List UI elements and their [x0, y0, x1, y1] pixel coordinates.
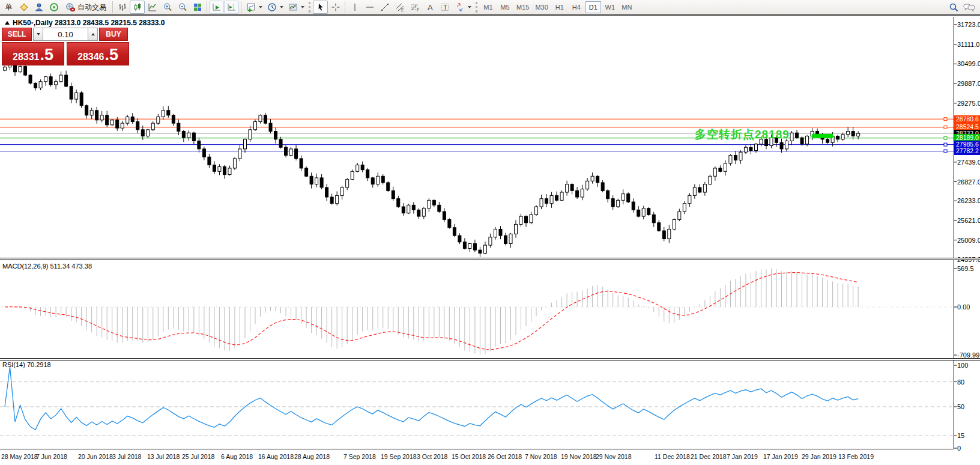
candle-body: [126, 117, 129, 123]
candle-body: [453, 228, 456, 236]
new-chart-button[interactable]: [243, 1, 258, 14]
equidistant-channel-tool[interactable]: E: [392, 1, 407, 14]
macd-rsi-splitter[interactable]: [0, 358, 980, 360]
volume-increase-button[interactable]: [88, 28, 98, 41]
line-chart-button[interactable]: [145, 1, 160, 14]
buy-button[interactable]: BUY: [99, 28, 128, 41]
templates-dropdown-caret[interactable]: [301, 6, 304, 8]
arrows-icon: [455, 2, 465, 12]
line-handle[interactable]: [944, 126, 947, 129]
text-tool[interactable]: A: [422, 1, 437, 14]
timeframe-w1[interactable]: W1: [602, 1, 618, 13]
timeframe-m30[interactable]: M30: [533, 1, 550, 13]
candle-body: [606, 190, 609, 198]
date-label-21: 29 Jan 2019: [802, 453, 836, 460]
candle-body: [504, 236, 507, 243]
candle-body: [213, 165, 216, 172]
pivot-annotation-text[interactable]: 多空转折点28189: [695, 127, 790, 142]
horizontal-line-tool[interactable]: [362, 1, 377, 14]
sell-button[interactable]: SELL: [2, 28, 32, 41]
timeframe-d1[interactable]: D1: [585, 1, 601, 13]
candle-body: [182, 132, 185, 138]
chart-shift-button[interactable]: [224, 1, 239, 14]
autotrading-button[interactable]: 自动交易: [61, 1, 110, 14]
crosshair-tool-button[interactable]: [328, 1, 343, 14]
vertical-line-tool[interactable]: [347, 1, 362, 14]
candle-body: [407, 205, 410, 213]
periods-dropdown-caret[interactable]: [280, 6, 283, 8]
candle-body: [509, 234, 512, 243]
timeframe-mn[interactable]: MN: [619, 1, 635, 13]
community-icon[interactable]: [31, 1, 46, 14]
chat-button[interactable]: [961, 1, 976, 14]
bar-chart-button[interactable]: [115, 1, 130, 14]
candle-body: [259, 115, 262, 122]
arrows-tool[interactable]: [452, 1, 467, 14]
fibonacci-tool[interactable]: F: [407, 1, 422, 14]
candle-body: [218, 166, 221, 171]
candle-body: [29, 75, 32, 83]
price-tick-25621.0: 25621.0: [957, 217, 980, 224]
volume-input[interactable]: [43, 28, 88, 41]
candle-body: [249, 130, 252, 139]
candle-body: [397, 199, 400, 207]
candle-body: [70, 87, 73, 99]
line-handle[interactable]: [944, 150, 947, 153]
buy-price-box[interactable]: 28346 .5: [67, 42, 129, 65]
chart-title-bar[interactable]: HK50-,Daily 28313.0 28438.5 28215.5 2833…: [5, 19, 165, 27]
new-chart-dropdown-caret[interactable]: [259, 6, 262, 8]
line-handle[interactable]: [944, 136, 947, 139]
toolbar-drag-handle[interactable]: [309, 2, 310, 13]
collapse-arrow-icon[interactable]: [5, 21, 10, 25]
candle-body: [540, 199, 543, 207]
toolbar-separator: [345, 1, 345, 13]
market-watch-icon[interactable]: [46, 1, 61, 14]
line-handle[interactable]: [944, 118, 947, 121]
candle-body: [468, 243, 471, 248]
candle-body: [24, 67, 27, 75]
macd-tick-569.5: 569.5: [957, 265, 974, 272]
auto-scroll-button[interactable]: [209, 1, 224, 14]
candle-body: [295, 149, 298, 159]
sell-price-box[interactable]: 28331 .5: [2, 42, 64, 65]
pivot-zone-box[interactable]: [812, 134, 833, 138]
rsi-tick-50: 50: [957, 403, 964, 410]
timeframe-m5[interactable]: M5: [497, 1, 513, 13]
chart-canvas[interactable]: [0, 17, 980, 465]
timeframe-m1[interactable]: M1: [480, 1, 496, 13]
candle-body: [310, 176, 313, 184]
candle-body: [473, 243, 476, 250]
timeframe-m15[interactable]: M15: [514, 1, 531, 13]
candle-body: [703, 184, 706, 192]
candle-body: [100, 115, 103, 120]
rsi-tick-15: 15: [957, 432, 964, 439]
tile-windows-button[interactable]: [190, 1, 205, 14]
search-button[interactable]: [946, 1, 961, 14]
zoom-in-button[interactable]: [160, 1, 175, 14]
main-macd-splitter[interactable]: [0, 258, 980, 260]
toolbar-drag-handle[interactable]: [476, 2, 477, 13]
line-handle[interactable]: [944, 143, 947, 146]
periods-button[interactable]: [264, 1, 279, 14]
zoom-out-button[interactable]: [175, 1, 190, 14]
market-depth-icon[interactable]: [16, 1, 31, 14]
timeframe-h4[interactable]: H4: [569, 1, 584, 13]
candlestick-chart-button[interactable]: [130, 1, 145, 14]
templates-button[interactable]: [285, 1, 300, 14]
candle-body: [754, 144, 757, 151]
arrows-dropdown-caret[interactable]: [468, 6, 471, 8]
text-label-tool[interactable]: T: [437, 1, 452, 14]
rsi-line: [5, 367, 858, 430]
candle-body: [627, 194, 630, 202]
new-order-button[interactable]: 单: [1, 1, 16, 14]
candle-body: [698, 187, 701, 192]
fibo-letter: F: [417, 8, 419, 12]
candle-body: [4, 67, 7, 70]
trendline-tool[interactable]: [377, 1, 392, 14]
timeframe-h1[interactable]: H1: [552, 1, 567, 13]
price-tick-30499.0: 30499.0: [957, 60, 980, 67]
cursor-tool-button[interactable]: [313, 1, 328, 14]
price-tick-29887.0: 29887.0: [957, 80, 980, 87]
candle-body: [647, 208, 650, 215]
volume-decrease-button[interactable]: [33, 28, 43, 41]
